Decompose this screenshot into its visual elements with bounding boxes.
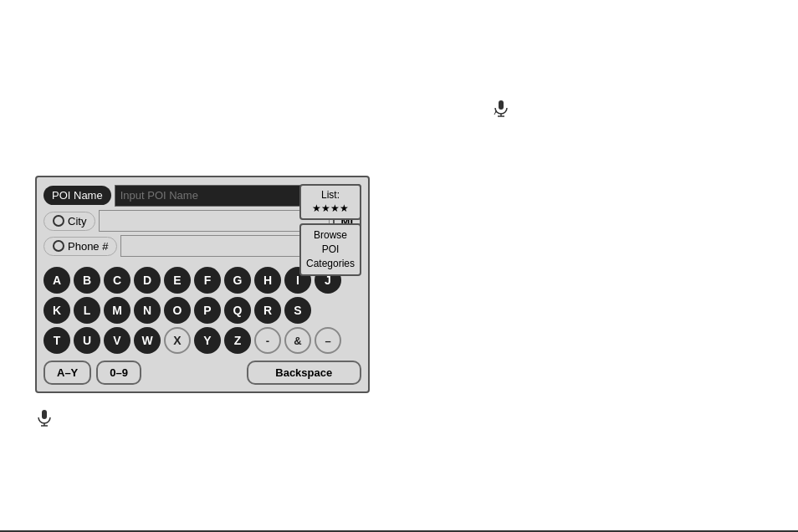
key-R[interactable]: R bbox=[254, 297, 281, 324]
key-K[interactable]: K bbox=[43, 297, 70, 324]
key-row-2: K L M N O P Q R S bbox=[43, 297, 361, 324]
key-hyphen[interactable]: - bbox=[254, 327, 281, 354]
backspace-button[interactable]: Backspace bbox=[247, 361, 362, 385]
key-W[interactable]: W bbox=[134, 327, 161, 354]
key-U[interactable]: U bbox=[74, 327, 100, 354]
key-Q[interactable]: Q bbox=[224, 297, 251, 324]
key-D[interactable]: D bbox=[134, 267, 161, 294]
key-N[interactable]: N bbox=[134, 297, 161, 324]
key-Y[interactable]: Y bbox=[194, 327, 221, 354]
key-A[interactable]: A bbox=[43, 267, 70, 294]
key-M[interactable]: M bbox=[104, 297, 130, 324]
svg-rect-0 bbox=[499, 100, 504, 110]
phone-button[interactable]: Phone # bbox=[43, 237, 117, 256]
key-B[interactable]: B bbox=[74, 267, 100, 294]
browse-poi-button[interactable]: BrowsePOICategories bbox=[299, 223, 361, 275]
az-button[interactable]: A–Y bbox=[43, 361, 91, 385]
key-P[interactable]: P bbox=[194, 297, 221, 324]
voice-icon-top[interactable] bbox=[492, 99, 510, 121]
key-L[interactable]: L bbox=[74, 297, 100, 324]
city-button[interactable]: City bbox=[43, 212, 95, 231]
key-C[interactable]: C bbox=[104, 267, 130, 294]
key-F[interactable]: F bbox=[194, 267, 221, 294]
key-endash[interactable]: – bbox=[315, 327, 341, 354]
key-row-3: T U V W X Y Z - & – bbox=[43, 327, 361, 354]
poi-name-input[interactable] bbox=[115, 185, 312, 207]
key-ampersand[interactable]: & bbox=[284, 327, 311, 354]
key-E[interactable]: E bbox=[164, 267, 191, 294]
key-V[interactable]: V bbox=[104, 327, 130, 354]
list-dots: ★★★★ bbox=[306, 202, 355, 216]
num-button[interactable]: 0–9 bbox=[96, 361, 141, 385]
phone-radio bbox=[53, 240, 64, 252]
key-T[interactable]: T bbox=[43, 327, 70, 354]
keyboard: A B C D E F G H I J K L M N O P Q R S T … bbox=[43, 267, 361, 385]
voice-icon-bottom[interactable] bbox=[35, 408, 54, 431]
key-H[interactable]: H bbox=[254, 267, 281, 294]
right-buttons: List: ★★★★ BrowsePOICategories bbox=[299, 184, 361, 276]
phone-label: Phone # bbox=[68, 240, 108, 253]
city-radio bbox=[53, 215, 64, 227]
key-O[interactable]: O bbox=[164, 297, 191, 324]
bottom-row: A–Y 0–9 Backspace bbox=[43, 361, 361, 385]
key-Z[interactable]: Z bbox=[224, 327, 251, 354]
poi-search-panel: POI Name Back City MI Phone # bbox=[35, 176, 370, 393]
list-button[interactable]: List: ★★★★ bbox=[299, 184, 361, 220]
city-label: City bbox=[68, 215, 86, 228]
list-label: List: bbox=[306, 189, 355, 202]
poi-name-button[interactable]: POI Name bbox=[43, 186, 111, 205]
key-G[interactable]: G bbox=[224, 267, 251, 294]
key-X[interactable]: X bbox=[164, 327, 191, 354]
svg-rect-3 bbox=[42, 410, 47, 419]
city-input[interactable] bbox=[99, 210, 329, 232]
browse-label: BrowsePOICategories bbox=[306, 228, 355, 270]
key-S[interactable]: S bbox=[284, 297, 311, 324]
